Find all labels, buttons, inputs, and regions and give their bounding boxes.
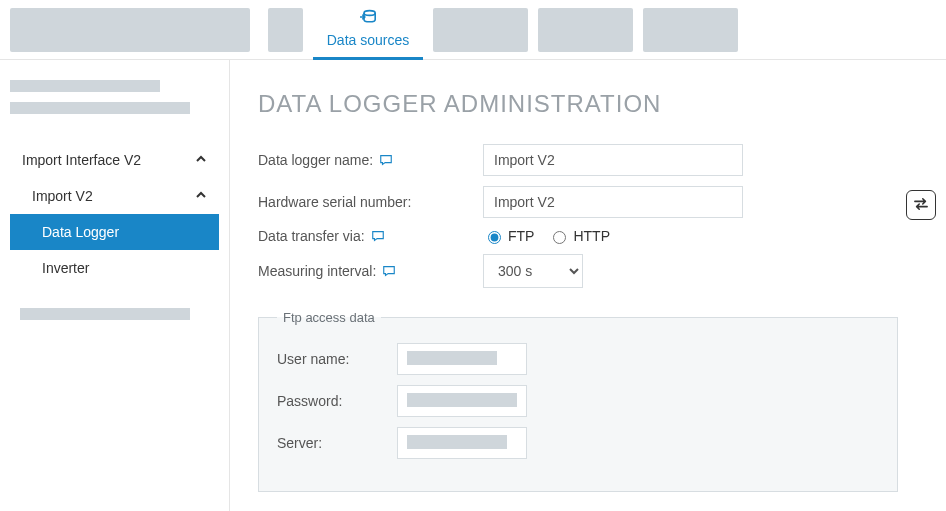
logger-name-label: Data logger name: [258,152,373,168]
sidebar-item-label: Import V2 [32,188,93,204]
sidebar-placeholder-1 [10,80,160,92]
sidebar-item-label: Inverter [42,260,89,276]
sidebar-group-label: Import Interface V2 [22,152,141,168]
svg-point-0 [364,10,375,15]
sidebar-placeholder-3 [20,308,190,320]
sidebar-item-label: Data Logger [42,224,119,240]
radio-ftp-label: FTP [508,228,534,244]
sidebar: Import Interface V2 Import V2 Data Logge… [0,60,230,511]
interval-label: Measuring interval: [258,263,376,279]
help-icon[interactable] [379,153,393,167]
top-bar: Data sources [0,0,946,60]
top-placeholder-2 [433,8,528,52]
swap-button[interactable] [906,190,936,220]
radio-http-label: HTTP [573,228,610,244]
sidebar-item-import-v2[interactable]: Import V2 [10,178,219,214]
hw-serial-input[interactable] [483,186,743,218]
help-icon[interactable] [371,229,385,243]
row-ftp-user: User name: [277,343,879,375]
hw-serial-label: Hardware serial number: [258,194,411,210]
ftp-user-label: User name: [277,351,349,367]
row-transfer: Data transfer via: FTP HTTP [258,228,918,244]
top-placeholder-4 [643,8,738,52]
ftp-server-label: Server: [277,435,322,451]
row-hw-serial: Hardware serial number: [258,186,918,218]
row-ftp-server: Server: [277,427,879,459]
page-title: DATA LOGGER ADMINISTRATION [258,90,918,118]
ftp-legend: Ftp access data [277,310,381,325]
radio-http-input[interactable] [553,231,566,244]
sidebar-item-data-logger[interactable]: Data Logger [10,214,219,250]
top-placeholder-3 [538,8,633,52]
ftp-server-input[interactable] [397,427,527,459]
top-placeholder-1 [268,8,303,52]
ftp-pass-label: Password: [277,393,342,409]
radio-ftp-input[interactable] [488,231,501,244]
help-icon[interactable] [382,264,396,278]
ftp-user-input[interactable] [397,343,527,375]
main-content: DATA LOGGER ADMINISTRATION Data logger n… [230,60,946,511]
ftp-pass-input[interactable] [397,385,527,417]
logger-name-input[interactable] [483,144,743,176]
data-sources-icon [358,9,378,28]
chevron-up-icon [195,189,207,204]
radio-ftp[interactable]: FTP [483,228,534,244]
row-interval: Measuring interval: 300 s [258,254,918,288]
sidebar-item-inverter[interactable]: Inverter [10,250,219,286]
swap-icon [912,197,930,214]
tab-data-sources[interactable]: Data sources [313,0,423,60]
radio-http[interactable]: HTTP [548,228,610,244]
interval-select[interactable]: 300 s [483,254,583,288]
ftp-fieldset: Ftp access data User name: Password: Ser… [258,310,898,492]
top-placeholder-logo [10,8,250,52]
tab-label: Data sources [327,32,409,48]
transfer-label: Data transfer via: [258,228,365,244]
row-ftp-pass: Password: [277,385,879,417]
chevron-up-icon [195,153,207,168]
row-logger-name: Data logger name: [258,144,918,176]
sidebar-placeholder-2 [10,102,190,114]
sidebar-group-import-interface[interactable]: Import Interface V2 [10,142,219,178]
